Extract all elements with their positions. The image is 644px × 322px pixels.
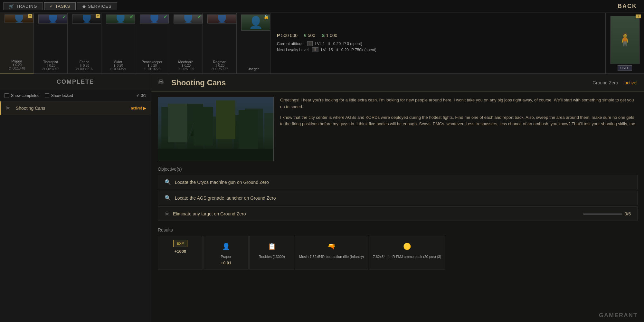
objective-3-text: Eliminate any target on Ground Zero: [173, 211, 246, 216]
task-detail-title: Shooting Cans: [171, 78, 592, 87]
objective-1: 🔍 Locate the Utyos machine gun on Ground…: [158, 175, 638, 189]
svg-rect-6: [234, 115, 243, 152]
trading-icon: 🛒: [9, 4, 14, 9]
task-shooting-cans[interactable]: ☠ Shooting Cans active! ▶: [0, 101, 151, 115]
filter-row: Show completed Show locked ✔ 0/1: [0, 90, 151, 101]
tab-trading-label: TRADING: [16, 4, 37, 9]
skier-name: Skier: [114, 60, 122, 64]
therapist-check-icon: ✔: [62, 14, 66, 19]
task-detail-location: Ground Zero: [592, 80, 618, 85]
jaeger-name: Jaeger: [248, 67, 259, 71]
skier-stats: ⬆ 0.20⏱ 00:43:21: [110, 64, 127, 71]
trader-prapor[interactable]: ? Prapor ⬆ 0.20⏱ 00:13:48: [0, 13, 34, 73]
faction-badge: USEC: [618, 65, 632, 71]
trader-fence[interactable]: ? Fence ⬆ 0.20⏱ 00:49:16: [68, 13, 101, 73]
tab-trading[interactable]: 🛒 TRADING: [3, 2, 43, 10]
player-level-badge: 1: [636, 14, 640, 18]
result-rep: 👤 Prapor +0.01: [204, 236, 249, 270]
fence-name: Fence: [80, 60, 90, 64]
tab-tasks-label: TASKS: [55, 4, 71, 9]
traders-row: ? Prapor ⬆ 0.20⏱ 00:13:48 ✔ Therapist ⬆ …: [0, 13, 644, 74]
exp-icon: EXP: [173, 240, 187, 247]
rub-display: P 500 000: [277, 33, 298, 38]
task-arrow-icon: ▶: [143, 106, 146, 110]
trader-ragman[interactable]: Ragman ⬆ 0.20⏱ 01:50:27: [203, 13, 237, 73]
results-label: Results: [158, 227, 638, 232]
jaeger-lock-icon: 🔒: [263, 14, 269, 19]
task-desc-p1: Greetings! I hear you're looking for a l…: [280, 97, 638, 110]
player-avatar: 🧍: [611, 16, 639, 64]
result-rifle: 🔫 Mosin 7.62x54R bolt-action rifle (Infa…: [295, 236, 368, 270]
tab-tasks[interactable]: ✓ TASKS: [44, 2, 76, 10]
right-panel: ☠ Shooting Cans Ground Zero active!: [151, 74, 644, 322]
ammo-label: 7.62x54mm R FMJ ammo pack (20 pcs) (3): [373, 255, 441, 259]
objective-3-count: 0/5: [625, 211, 631, 216]
mechanic-stats: ⬆ 0.20⏱ 00:51:05: [177, 64, 194, 71]
trader-jaeger[interactable]: 🔒 Jaeger: [237, 13, 270, 73]
current-loyalty-row: Current attitude: I LVL 1 ⬆ 0.20 P 0 (sp…: [277, 41, 599, 46]
ragman-name: Ragman: [213, 60, 226, 64]
player-panel: 1 🧍 USEC: [605, 13, 644, 73]
eur-symbol: €: [304, 33, 307, 38]
trader-skier[interactable]: ✔ Skier ⬆ 0.20⏱ 00:43:21: [101, 13, 135, 73]
task-status-text: active!: [131, 106, 142, 110]
next-loyalty-icon: II: [312, 47, 318, 52]
svg-rect-9: [158, 149, 274, 161]
svg-rect-2: [176, 113, 185, 152]
current-loyalty-icon: I: [307, 41, 313, 46]
show-completed-checkbox[interactable]: Show completed: [5, 93, 40, 98]
show-locked-label: Show locked: [51, 93, 73, 98]
objective-2: 🔍 Locate the AGS grenade launcher on Gro…: [158, 191, 638, 205]
next-loyalty-stat-val: 0.20: [341, 48, 349, 52]
usd-symbol: S: [322, 33, 325, 38]
result-ammo: 🟡 7.62x54mm R FMJ ammo pack (20 pcs) (3): [369, 236, 445, 270]
trader-info-panel: P 500 000 € 500 S 1 000 Current attitude…: [270, 13, 605, 73]
back-button[interactable]: BACK: [614, 2, 641, 11]
trader-mechanic[interactable]: ✔ Mechanic ⬆ 0.20⏱ 00:51:05: [169, 13, 203, 73]
skier-check-icon: ✔: [130, 14, 134, 19]
next-loyalty-label: Next Loyalty Level:: [277, 48, 309, 52]
tasks-icon: ✓: [50, 4, 53, 9]
left-panel: COMPLETE Show completed Show locked ✔ 0/…: [0, 74, 151, 322]
trader-peacekeeper[interactable]: ✔ Peacekeeper ⬆ 0.20⏱ 01:16:25: [135, 13, 169, 73]
money-label: Roubles (13000): [259, 255, 285, 259]
usd-value: 1 000: [326, 33, 337, 38]
trader-therapist[interactable]: ✔ Therapist ⬆ 0.20⏱ 00:37:57: [34, 13, 68, 73]
task-detail-status[interactable]: active!: [625, 80, 638, 85]
gamerant-watermark: GAMERANT: [599, 312, 638, 319]
rep-label: Prapor: [221, 255, 231, 259]
svg-rect-8: [264, 113, 274, 152]
usd-display: S 1 000: [322, 33, 337, 38]
tab-services[interactable]: ◆ SERVICES: [77, 2, 117, 10]
prapor-badge: ?: [28, 14, 32, 18]
task-detail-skull-icon: ☠: [158, 78, 167, 88]
objective-3-icon: ☠: [165, 211, 169, 217]
objectives-section: Objective(s) 🔍 Locate the Utyos machine …: [151, 166, 644, 227]
mechanic-check-icon: ✔: [197, 14, 201, 19]
results-row: EXP +1600 👤 Prapor +0.01 📋 Roubles (1300…: [158, 236, 638, 270]
next-loyalty-stat: ⬆: [336, 48, 339, 52]
ragman-portrait: [207, 14, 236, 24]
peacekeeper-check-icon: ✔: [164, 14, 167, 19]
next-loyalty-lvl: LVL 15: [321, 48, 333, 52]
rep-value: +0.01: [221, 260, 232, 265]
objective-1-icon: 🔍: [165, 179, 171, 185]
objective-2-text: Locate the AGS grenade launcher on Groun…: [175, 195, 276, 201]
check-icon: ✔: [136, 93, 139, 98]
objectives-label: Objective(s): [158, 166, 638, 172]
task-detail-header: ☠ Shooting Cans Ground Zero active!: [151, 74, 644, 92]
task-image: [158, 97, 274, 161]
task-counter: ✔ 0/1: [136, 93, 146, 98]
services-icon: ◆: [82, 4, 86, 9]
current-loyalty-label: Current attitude:: [277, 42, 305, 46]
show-locked-checkbox[interactable]: Show locked: [45, 93, 73, 98]
money-icon: 📋: [264, 240, 280, 253]
counter-value: 0/1: [141, 93, 146, 98]
show-completed-label: Show completed: [11, 93, 40, 98]
currency-display: P 500 000 € 500 S 1 000: [277, 33, 599, 38]
completed-checkbox-box[interactable]: [5, 93, 9, 98]
task-description: Greetings! I hear you're looking for a l…: [280, 97, 638, 161]
task-item-name: Shooting Cans: [16, 106, 131, 111]
locked-checkbox-box[interactable]: [45, 93, 49, 98]
next-loyalty-row: Next Loyalty Level: II LVL 15 ⬆ 0.20 P 7…: [277, 47, 599, 52]
